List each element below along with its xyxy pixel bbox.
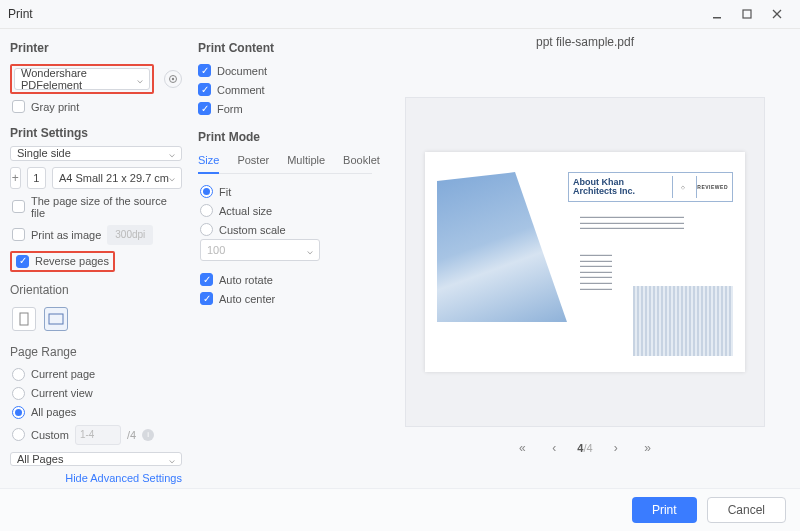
maximize-button[interactable] xyxy=(732,4,762,24)
preview-pager: « ‹ 4/4 › » xyxy=(513,441,656,455)
fit-label: Fit xyxy=(219,186,231,198)
hide-advanced-link[interactable]: Hide Advanced Settings xyxy=(10,472,182,484)
source-size-label: The page size of the source file xyxy=(31,195,182,219)
tab-multiple[interactable]: Multiple xyxy=(287,150,325,173)
form-checkbox[interactable] xyxy=(198,102,211,115)
copies-stepper[interactable]: + xyxy=(10,167,21,189)
tab-size[interactable]: Size xyxy=(198,150,219,174)
print-button[interactable]: Print xyxy=(632,497,697,523)
close-button[interactable] xyxy=(762,4,792,24)
print-mode-section-label: Print Mode xyxy=(198,130,372,144)
auto-center-checkbox[interactable] xyxy=(200,292,213,305)
orientation-portrait[interactable] xyxy=(12,307,36,331)
reverse-pages-checkbox[interactable] xyxy=(16,255,29,268)
svg-rect-7 xyxy=(49,314,63,324)
printer-settings-gear-icon[interactable] xyxy=(164,70,182,88)
chevron-down-icon: ⌵ xyxy=(307,245,313,256)
gray-print-label: Gray print xyxy=(31,101,79,113)
tab-poster[interactable]: Poster xyxy=(237,150,269,173)
chevron-down-icon: ⌵ xyxy=(137,74,143,85)
preview-page: About Khan Architects Inc. ◇ REVIEWED ▬▬… xyxy=(425,152,745,372)
paper-size-value: A4 Small 21 x 29.7 cm xyxy=(59,172,169,184)
preview-doc-title: About Khan Architects Inc. xyxy=(573,178,668,197)
preview-image-left xyxy=(437,172,567,322)
mode-tabs: Size Poster Multiple Booklet xyxy=(198,150,372,174)
print-settings-section-label: Print Settings xyxy=(10,126,182,140)
custom-range-input[interactable]: 1-4 xyxy=(75,425,121,445)
all-pages-label: All pages xyxy=(31,406,76,418)
print-as-image-label: Print as image xyxy=(31,229,101,241)
paper-size-select[interactable]: A4 Small 21 x 29.7 cm ⌵ xyxy=(52,167,182,189)
dpi-field: 300dpi xyxy=(107,225,153,245)
preview-reviewed-badge: REVIEWED xyxy=(696,176,728,198)
pager-first-icon[interactable]: « xyxy=(513,441,531,455)
page-range-section-label: Page Range xyxy=(10,345,182,359)
reverse-pages-highlight: Reverse pages xyxy=(10,251,115,272)
custom-range-radio[interactable] xyxy=(12,428,25,441)
actual-size-radio[interactable] xyxy=(200,204,213,217)
current-page-label: Current page xyxy=(31,368,95,380)
chevron-down-icon: ⌵ xyxy=(169,148,175,159)
source-size-checkbox[interactable] xyxy=(12,200,25,213)
preview-area: About Khan Architects Inc. ◇ REVIEWED ▬▬… xyxy=(405,97,765,427)
pager-total: /4 xyxy=(583,442,592,454)
scale-input[interactable]: 100 ⌵ xyxy=(200,239,320,261)
printer-select[interactable]: Wondershare PDFelement ⌵ xyxy=(14,68,150,90)
reverse-pages-label: Reverse pages xyxy=(35,255,109,267)
sides-value: Single side xyxy=(17,147,71,159)
printer-selected-value: Wondershare PDFelement xyxy=(21,67,137,91)
pager-next-icon[interactable]: › xyxy=(607,441,625,455)
printer-section-label: Printer xyxy=(10,41,182,55)
preview-image-right xyxy=(633,286,733,356)
fit-radio[interactable] xyxy=(200,185,213,198)
cancel-button[interactable]: Cancel xyxy=(707,497,786,523)
custom-scale-radio[interactable] xyxy=(200,223,213,236)
document-checkbox[interactable] xyxy=(198,64,211,77)
tab-booklet[interactable]: Booklet xyxy=(343,150,380,173)
current-page-radio[interactable] xyxy=(12,368,25,381)
preview-header-box: About Khan Architects Inc. ◇ REVIEWED xyxy=(568,172,733,202)
pager-prev-icon[interactable]: ‹ xyxy=(545,441,563,455)
auto-center-label: Auto center xyxy=(219,293,275,305)
print-as-image-checkbox[interactable] xyxy=(12,228,25,241)
titlebar: Print xyxy=(0,0,800,29)
comment-label: Comment xyxy=(217,84,265,96)
all-pages-radio[interactable] xyxy=(12,406,25,419)
gray-print-checkbox[interactable] xyxy=(12,100,25,113)
print-content-section-label: Print Content xyxy=(198,41,372,55)
auto-rotate-label: Auto rotate xyxy=(219,274,273,286)
scale-value: 100 xyxy=(207,244,225,256)
pager-last-icon[interactable]: » xyxy=(639,441,657,455)
info-icon: i xyxy=(142,429,154,441)
orientation-landscape[interactable] xyxy=(44,307,68,331)
actual-size-label: Actual size xyxy=(219,205,272,217)
page-subset-select[interactable]: All Pages ⌵ xyxy=(10,452,182,467)
current-view-radio[interactable] xyxy=(12,387,25,400)
preview-paragraph: ▬▬▬▬▬▬▬▬▬▬▬▬▬▬▬▬▬▬▬▬▬▬▬▬▬▬▬▬▬▬▬▬▬▬▬▬▬▬▬▬… xyxy=(580,214,733,231)
svg-rect-1 xyxy=(743,10,751,18)
chevron-down-icon: ⌵ xyxy=(169,454,175,465)
current-view-label: Current view xyxy=(31,387,93,399)
svg-rect-6 xyxy=(20,313,28,325)
preview-filename: ppt file-sample.pdf xyxy=(536,35,634,49)
auto-rotate-checkbox[interactable] xyxy=(200,273,213,286)
window-title: Print xyxy=(8,7,33,21)
preview-paragraph-left: ▬▬▬▬▬▬▬▬▬▬▬▬▬▬▬▬▬▬▬▬▬▬▬▬▬▬▬▬▬▬▬▬▬▬▬▬▬▬▬▬… xyxy=(580,252,635,291)
sides-select[interactable]: Single side ⌵ xyxy=(10,146,182,161)
printer-select-highlight: Wondershare PDFelement ⌵ xyxy=(10,64,154,94)
chevron-down-icon: ⌵ xyxy=(169,172,175,183)
range-total: /4 xyxy=(127,429,136,441)
preview-logo-icon: ◇ xyxy=(672,176,692,198)
dialog-footer: Print Cancel xyxy=(0,488,800,531)
copies-input[interactable]: 1 xyxy=(27,167,46,189)
minimize-button[interactable] xyxy=(702,4,732,24)
form-label: Form xyxy=(217,103,243,115)
page-subset-value: All Pages xyxy=(17,453,63,465)
document-label: Document xyxy=(217,65,267,77)
svg-point-5 xyxy=(172,78,174,80)
custom-range-label: Custom xyxy=(31,429,69,441)
svg-rect-0 xyxy=(713,17,721,19)
orientation-section-label: Orientation xyxy=(10,283,182,297)
comment-checkbox[interactable] xyxy=(198,83,211,96)
custom-scale-label: Custom scale xyxy=(219,224,286,236)
